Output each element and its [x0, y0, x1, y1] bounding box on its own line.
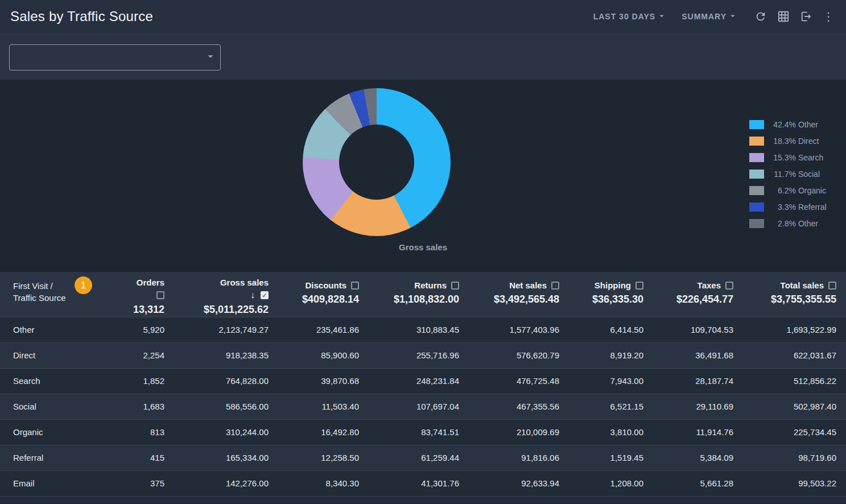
chevron-down-icon	[728, 11, 738, 23]
column-total: $409,828.14	[278, 294, 359, 305]
filter-bar	[0, 33, 846, 80]
refresh-icon	[754, 10, 767, 23]
view-mode-label: SUMMARY	[682, 12, 727, 21]
row-label: Search	[0, 368, 108, 394]
column-header-shipping[interactable]: Shipping$36,335.30	[569, 272, 653, 317]
more-options-button[interactable]: ⋮	[818, 6, 839, 27]
row-label: Social	[0, 394, 108, 419]
table-cell: 29,110.69	[653, 394, 743, 419]
table-cell: 813	[108, 419, 174, 445]
column-header-taxes[interactable]: Taxes$226,454.77	[653, 272, 743, 317]
column-header-orders[interactable]: Orders13,312	[108, 272, 174, 317]
report-page: Sales by Traffic Source LAST 30 DAYS SUM…	[0, 0, 846, 504]
filter-dropdown[interactable]	[9, 44, 221, 71]
row-label: Referral	[0, 445, 108, 470]
column-total: $1,108,832.00	[369, 294, 459, 305]
header-bar: Sales by Traffic Source LAST 30 DAYS SUM…	[0, 0, 846, 33]
column-total: $5,011,225.62	[174, 304, 269, 316]
legend-swatch	[749, 203, 764, 212]
table-row: Referral415165,334.0012,258.5061,259.449…	[0, 445, 846, 470]
chevron-down-icon	[657, 11, 667, 23]
row-label: Other	[0, 317, 108, 342]
table-cell: 85,900.60	[278, 342, 369, 368]
dimension-label-line2: Traffic Source	[13, 292, 108, 304]
table-row: Email375142,276.008,340.3041,301.7692,63…	[0, 470, 846, 496]
export-icon	[800, 10, 812, 23]
table-cell: 36,491.68	[653, 342, 743, 368]
column-total: $226,454.77	[653, 294, 733, 305]
clipped-next-row	[0, 496, 846, 504]
column-visibility-checkbox[interactable]	[635, 282, 643, 290]
table-cell: 310,244.00	[174, 419, 278, 445]
table-cell: 28,187.74	[653, 368, 743, 394]
column-visibility-checkbox[interactable]: ✓	[261, 291, 269, 299]
sort-descending-icon: ↓	[250, 290, 255, 300]
export-button[interactable]	[795, 7, 818, 26]
legend-item: 15.3% Search	[749, 149, 827, 166]
page-title: Sales by Traffic Source	[10, 9, 153, 24]
table-cell: 109,704.53	[653, 317, 743, 342]
dimension-column-header[interactable]: First Visit / Traffic Source 1	[0, 272, 108, 317]
table-cell: 764,828.00	[174, 368, 278, 394]
column-visibility-checkbox[interactable]	[551, 282, 559, 290]
table-cell: 1,577,403.96	[469, 317, 569, 342]
chart-legend: 42.4% Other18.3% Direct15.3% Search11.7%…	[749, 116, 827, 232]
table-cell: 99,503.22	[743, 470, 846, 496]
table-cell: 622,031.67	[743, 342, 846, 368]
column-label: Total sales	[743, 280, 836, 290]
refresh-button[interactable]	[749, 7, 772, 26]
column-visibility-checkbox[interactable]	[451, 282, 459, 290]
kebab-menu-icon: ⋮	[823, 10, 834, 23]
legend-swatch	[749, 170, 764, 179]
dimension-label-line1: First Visit /	[13, 280, 108, 292]
legend-swatch	[749, 153, 764, 162]
column-visibility-checkbox[interactable]	[725, 282, 733, 290]
table-cell: 1,208.00	[569, 470, 653, 496]
date-range-label: LAST 30 DAYS	[593, 12, 656, 21]
table-row: Other5,9202,123,749.27235,461.86310,883.…	[0, 317, 846, 342]
column-header-discounts[interactable]: Discounts$409,828.14	[278, 272, 369, 317]
table-cell: 6,414.50	[569, 317, 653, 342]
column-label: Net sales	[469, 280, 559, 290]
donut-chart[interactable]	[303, 88, 451, 236]
legend-label: 3.3% Referral	[771, 203, 827, 212]
table-cell: 5,384.09	[653, 445, 743, 470]
column-visibility-checkbox[interactable]	[828, 282, 836, 290]
column-header-total-sales[interactable]: Total sales$3,755,355.55	[743, 272, 846, 317]
column-header-gross-sales[interactable]: Gross sales↓✓$5,011,225.62	[174, 272, 278, 317]
table-cell: 39,870.68	[278, 368, 369, 394]
chart-metric-label: Gross sales	[0, 242, 846, 252]
table-cell: 5,661.28	[653, 470, 743, 496]
legend-swatch	[749, 120, 764, 129]
chevron-down-icon	[204, 50, 217, 65]
column-label: Returns	[369, 280, 459, 290]
toolbar: LAST 30 DAYS SUMMARY	[590, 6, 839, 27]
table-view-button[interactable]	[772, 7, 795, 26]
column-label: Discounts	[278, 280, 359, 290]
column-label: Gross sales	[174, 278, 269, 287]
column-header-returns[interactable]: Returns$1,108,832.00	[369, 272, 469, 317]
table-cell: 210,009.69	[469, 419, 569, 445]
legend-item: 6.2% Organic	[749, 182, 827, 199]
legend-item: 3.3% Referral	[749, 199, 827, 215]
table-cell: 98,719.60	[743, 445, 846, 470]
column-total: $3,492,565.48	[469, 294, 559, 305]
step-badge: 1	[75, 276, 92, 294]
column-total: $3,755,355.55	[743, 294, 836, 305]
column-header-net-sales[interactable]: Net sales$3,492,565.48	[469, 272, 569, 317]
column-visibility-checkbox[interactable]	[156, 291, 164, 299]
table-cell: 2,254	[108, 342, 174, 368]
table-cell: 235,461.86	[278, 317, 369, 342]
view-mode-selector[interactable]: SUMMARY	[678, 6, 741, 27]
table-cell: 255,716.96	[369, 342, 469, 368]
column-total: $36,335.30	[569, 294, 643, 305]
data-table: First Visit / Traffic Source 1 Orders13,…	[0, 272, 846, 496]
table-row: Organic813310,244.0016,492.8083,741.5121…	[0, 419, 846, 445]
column-total: 13,312	[108, 304, 164, 316]
table-cell: 5,920	[108, 317, 174, 342]
legend-label: 6.2% Organic	[771, 186, 826, 195]
column-visibility-checkbox[interactable]	[351, 282, 359, 290]
legend-swatch	[749, 219, 764, 228]
date-range-selector[interactable]: LAST 30 DAYS	[590, 6, 671, 27]
table-cell: 8,340.30	[278, 470, 369, 496]
